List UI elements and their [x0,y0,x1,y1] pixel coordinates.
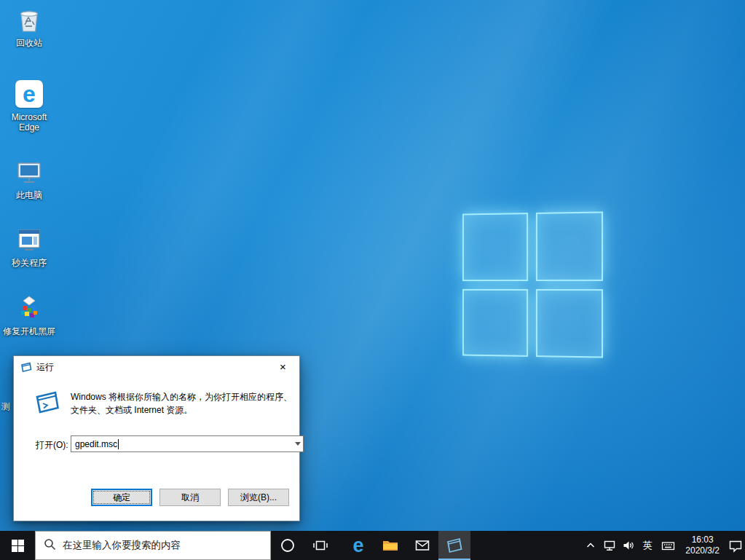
tray-touch-keyboard-button[interactable] [657,531,679,560]
desktop-icon-partial-label[interactable]: 测 [1,401,12,413]
cancel-button[interactable]: 取消 [159,489,221,506]
edge-icon: e [352,536,363,556]
open-label: 打开(O): [36,439,68,451]
taskbar-mail-button[interactable] [406,531,438,560]
run-description: Windows 将根据你所输入的名称，为你打开相应的程序、 文件夹、文档或 In… [71,390,292,417]
task-view-icon [312,537,328,553]
windows-logo-pane [535,211,603,280]
action-center-icon [728,538,743,553]
run-command-combobox[interactable]: gpedit.msc [71,435,304,452]
browse-button[interactable]: 浏览(B)... [228,489,289,506]
run-dialog-buttons: 确定 取消 浏览(B)... [14,489,299,506]
windows-start-icon [12,540,24,552]
cortana-icon [280,537,296,553]
run-command-input[interactable]: gpedit.msc [75,439,117,449]
search-placeholder: 在这里输入你要搜索的内容 [63,539,181,552]
tray-date: 2020/3/2 [685,545,720,556]
desktop-icon-recycle-bin[interactable]: 回收站 [1,4,57,48]
start-button[interactable] [0,531,35,560]
taskbar-file-explorer-button[interactable] [374,531,406,560]
run-window-icon [446,536,463,553]
desktop-icon-label: Microsoft Edge [2,112,56,133]
windows-logo-pane [462,213,528,280]
text-caret [118,439,119,449]
network-icon [603,539,616,552]
task-view-button[interactable] [304,531,336,560]
desktop-icon-quick-close[interactable]: 秒关程序 [1,224,57,268]
combo-dropdown-icon[interactable] [295,442,301,446]
file-explorer-icon [382,537,399,554]
screen: 回收站 e Microsoft Edge 此电脑 秒关程序 [0,0,745,560]
taskbar-run-button-active[interactable] [438,531,470,560]
tray-volume-button[interactable] [619,531,638,560]
quick-close-program-icon [14,224,44,255]
speaker-icon [622,539,635,552]
windows-logo-wallpaper [462,211,603,358]
run-dialog-titlebar[interactable]: 运行 × [14,356,299,378]
this-pc-icon [14,157,44,187]
desktop-icon-label: 回收站 [16,38,42,48]
taskbar-search-box[interactable]: 在这里输入你要搜索的内容 [35,531,271,560]
chevron-up-icon [585,540,596,551]
desktop-icon-label: 修复开机黑屏 [3,326,55,336]
edge-icon: e [14,79,44,109]
mail-icon [414,537,430,553]
desktop-icon-label: 此电脑 [16,190,42,200]
tray-network-button[interactable] [600,531,619,560]
recycle-bin-icon [14,4,44,35]
search-icon [44,538,56,553]
windows-logo-pane [535,289,603,358]
desktop-icon-fix-black-screen[interactable]: 修复开机黑屏 [1,293,57,336]
run-description-line1: Windows 将根据你所输入的名称，为你打开相应的程序、 [71,390,292,403]
run-dialog-title: 运行 [36,361,54,374]
fix-black-screen-icon [14,293,44,323]
run-window-icon [20,361,32,373]
taskbar-edge-button[interactable]: e [342,531,374,560]
keyboard-icon [661,539,675,553]
tray-time: 16:03 [692,535,714,545]
run-icon [34,390,60,414]
tray-ime-indicator[interactable]: 英 [638,531,657,560]
run-description-line2: 文件夹、文档或 Internet 资源。 [71,403,292,417]
cortana-button[interactable] [271,531,304,560]
taskbar: 在这里输入你要搜索的内容 e [0,531,745,560]
desktop-icon-this-pc[interactable]: 此电脑 [1,157,57,200]
run-dialog: 运行 × Windows 将根据你所输入的名称，为你打开相应的程序、 文件夹、文… [13,355,300,521]
desktop-icon-label: 秒关程序 [12,258,47,268]
system-tray: 英 16:03 2020/3/2 [581,531,745,560]
ok-button[interactable]: 确定 [91,489,152,506]
desktop-icon-edge[interactable]: e Microsoft Edge [1,79,57,133]
windows-logo-pane [462,288,528,356]
tray-clock[interactable]: 16:03 2020/3/2 [679,531,726,560]
close-icon[interactable]: × [267,356,299,377]
action-center-button[interactable] [726,531,745,560]
tray-chevron-up-button[interactable] [581,531,600,560]
